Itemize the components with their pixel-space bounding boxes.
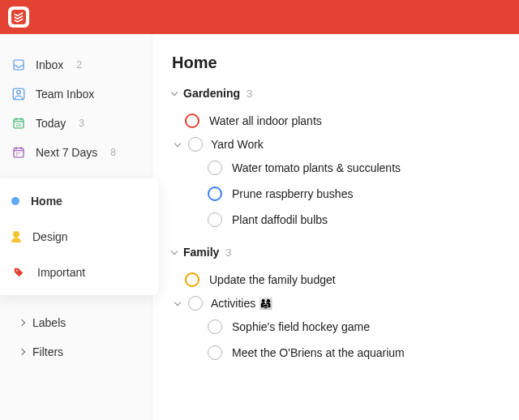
section-count: 3 [225, 246, 231, 259]
task-title: Water all indoor plants [209, 114, 322, 127]
sidebar-item-next7days[interactable]: Next 7 Days 8 [0, 138, 152, 167]
sidebar-favorite-design[interactable]: Design [0, 219, 158, 255]
section-count: 3 [247, 88, 252, 100]
main-content: Home Gardening 3 Water all indoor plants… [152, 34, 519, 420]
sidebar-item-count: 2 [76, 59, 82, 71]
sidebar-item-count: 3 [79, 118, 84, 129]
task-checkbox[interactable] [208, 161, 222, 175]
task-row[interactable]: Plant daffodil bulbs [172, 207, 503, 233]
task-row[interactable]: Sophie's field hockey game [172, 314, 503, 340]
sidebar-item-label: Next 7 Days [36, 146, 97, 159]
section-name: Family [183, 246, 219, 259]
section-header[interactable]: Family 3 [172, 246, 503, 259]
sidebar-item-label: Inbox [36, 58, 63, 71]
sidebar: Inbox 2 Team Inbox 21 Today 3 Next 7 Day… [0, 34, 152, 420]
expand-label: Labels [32, 316, 66, 329]
sidebar-item-label: Today [36, 117, 66, 130]
task-title: Update the family budget [209, 273, 336, 286]
task-title: Water tomato plants & succulents [232, 161, 401, 174]
task-checkbox[interactable] [185, 114, 199, 128]
page-title: Home [172, 54, 503, 72]
task-row[interactable]: Meet the O'Briens at the aquarium [172, 340, 503, 366]
subsection-header[interactable]: Activities 👨‍👩‍👧 [172, 296, 503, 311]
task-checkbox[interactable] [188, 137, 203, 152]
project-dot-icon [11, 197, 19, 205]
task-title: Meet the O'Briens at the aquarium [232, 346, 405, 359]
task-row[interactable]: Update the family budget [172, 267, 503, 293]
task-checkbox[interactable] [208, 186, 222, 201]
sidebar-expand-filters[interactable]: Filters [0, 337, 152, 366]
chevron-right-icon [19, 319, 25, 326]
sidebar-item-count: 8 [110, 147, 116, 158]
task-checkbox[interactable] [185, 272, 199, 287]
task-title: Plant daffodil bulbs [232, 213, 328, 226]
sidebar-favorites-card: Home Design Important [0, 178, 158, 295]
sidebar-favorite-home[interactable]: Home [0, 183, 158, 219]
sidebar-item-today[interactable]: 21 Today 3 [0, 109, 152, 138]
section-name: Gardening [183, 87, 240, 100]
subsection-name: Activities 👨‍👩‍👧 [211, 297, 272, 310]
chevron-down-icon [171, 89, 178, 96]
team-inbox-icon [11, 87, 26, 101]
chevron-right-icon [19, 349, 25, 355]
favorite-label: Home [31, 195, 62, 208]
task-title: Sophie's field hockey game [232, 320, 370, 333]
sidebar-item-label: Team Inbox [36, 88, 94, 101]
sidebar-expand-labels[interactable]: Labels [0, 308, 152, 337]
section-gardening: Gardening 3 Water all indoor plants Yard… [172, 87, 503, 233]
task-checkbox[interactable] [208, 345, 222, 360]
task-row[interactable]: Water tomato plants & succulents [172, 155, 503, 181]
todoist-logo-icon [11, 10, 26, 24]
calendar-week-icon [11, 145, 26, 160]
section-header[interactable]: Gardening 3 [172, 87, 503, 100]
sidebar-favorite-important[interactable]: Important [0, 255, 158, 290]
task-checkbox[interactable] [208, 319, 222, 334]
tag-icon [11, 265, 26, 280]
task-title: Prune raspberry bushes [232, 187, 353, 200]
svg-point-1 [17, 91, 21, 95]
task-checkbox[interactable] [208, 212, 222, 227]
chevron-down-icon [171, 248, 178, 255]
favorite-label: Important [37, 266, 85, 279]
sidebar-item-inbox[interactable]: Inbox 2 [0, 50, 152, 79]
expand-label: Filters [32, 345, 63, 358]
subsection-header[interactable]: Yard Work [172, 137, 503, 152]
app-logo[interactable] [8, 6, 29, 28]
chevron-down-icon [174, 140, 181, 147]
section-family: Family 3 Update the family budget Activi… [172, 246, 503, 366]
person-icon [11, 231, 21, 242]
svg-point-6 [16, 270, 18, 272]
svg-rect-0 [11, 10, 26, 24]
svg-text:21: 21 [16, 122, 22, 127]
task-row[interactable]: Prune raspberry bushes [172, 181, 503, 207]
topbar [0, 0, 519, 34]
calendar-today-icon: 21 [11, 116, 26, 131]
task-row[interactable]: Water all indoor plants [172, 108, 503, 134]
subsection-name: Yard Work [211, 138, 264, 151]
chevron-down-icon [174, 299, 181, 306]
favorite-label: Design [32, 230, 68, 243]
inbox-icon [11, 58, 26, 72]
task-checkbox[interactable] [188, 296, 203, 311]
sidebar-item-team-inbox[interactable]: Team Inbox [0, 79, 152, 109]
